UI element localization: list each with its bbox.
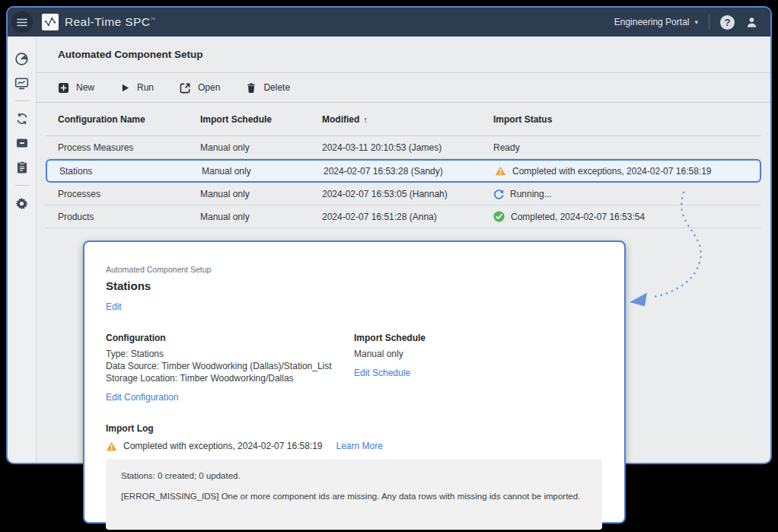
sidebar-item-charts[interactable] [12,73,32,93]
import-log-status-text: Completed with exceptions, 2024-02-07 16… [123,441,323,451]
run-button[interactable]: Run [120,82,154,93]
column-header-modified[interactable]: Modified↑ [322,114,493,125]
open-button[interactable]: Open [180,82,220,94]
cell-import-status: Completed, 2024-02-07 16:53:54 [493,211,761,222]
stations-detail-panel: Automated Component Setup Stations Edit … [83,241,626,524]
cell-configuration-name: Process Measures [58,142,200,153]
cell-import-schedule: Manual only [200,142,322,153]
panel-title: Stations [106,279,601,292]
brand-title: Real-Time SPC™ [65,15,156,29]
cell-configuration-name: Stations [59,166,202,177]
app-logo [42,14,59,30]
configurations-table: Configuration Name Import Schedule Modif… [37,103,770,228]
status-text: Completed with exceptions, 2024-02-07 16… [512,166,712,177]
help-button[interactable]: ? [720,15,735,30]
status-text: Ready [493,142,520,153]
import-log-output: Stations: 0 created; 0 updated. [ERROR_M… [106,459,602,530]
trademark-mark: ™ [150,17,155,22]
play-icon [120,83,130,93]
cell-configuration-name: Processes [58,189,200,199]
delete-button-label: Delete [263,82,290,93]
table-row-stations[interactable]: Stations Manual only 2024-02-07 16:53:28… [46,159,761,183]
sidebar-item-sync[interactable] [12,109,32,129]
warning-triangle-icon [106,441,117,451]
topbar-controls: Engineering Portal ▾ ? [614,14,770,30]
sidebar-divider [15,185,29,186]
archive-box-icon [15,136,29,150]
page-title: Automated Component Setup [58,49,203,60]
cell-modified: 2024-03-11 20:10:53 (James) [322,142,493,153]
panel-columns: Configuration Type: Stations Data Source… [106,333,601,403]
sidebar-item-tasks[interactable] [12,158,32,177]
cell-import-status: Running... [493,189,761,199]
table-header-row: Configuration Name Import Schedule Modif… [46,103,761,136]
question-icon: ? [725,17,731,28]
edit-schedule-link[interactable]: Edit Schedule [354,368,410,378]
cell-import-status: Completed with exceptions, 2024-02-07 16… [495,166,760,177]
user-button[interactable] [745,16,758,29]
import-schedule-section: Import Schedule Manual only Edit Schedul… [354,333,426,403]
table-row-process-measures[interactable]: Process Measures Manual only 2024-03-11 … [46,136,761,159]
cell-modified: 2024-02-07 16:51:28 (Anna) [322,212,493,222]
column-header-import-status[interactable]: Import Status [493,114,761,125]
refresh-icon [493,189,504,199]
table-row-products[interactable]: Products Manual only 2024-02-07 16:51:28… [46,205,761,228]
monitor-chart-icon [14,76,29,91]
portal-label: Engineering Portal [614,17,690,27]
sidebar-divider [15,100,29,101]
configuration-section: Configuration Type: Stations Data Source… [106,333,354,403]
column-header-configuration-name[interactable]: Configuration Name [58,114,200,125]
toolbar: New Run Open [37,73,770,103]
topbar-divider [709,14,709,30]
screenshot-canvas: Real-Time SPC™ Engineering Portal ▾ ? [0,0,778,532]
delete-button[interactable]: Delete [246,82,290,94]
gauge-icon [14,52,29,66]
import-log-section: Import Log Completed with exceptions, 20… [106,423,601,530]
page-header: Automated Component Setup [37,37,770,73]
top-bar: Real-Time SPC™ Engineering Portal ▾ ? [8,8,770,37]
chevron-down-icon: ▾ [694,18,698,26]
sidebar-item-dashboard[interactable] [12,49,32,68]
table-row-processes[interactable]: Processes Manual only 2024-02-07 16:53:0… [46,183,761,205]
log-line-summary: Stations: 0 created; 0 updated. [121,471,587,480]
import-log-status: Completed with exceptions, 2024-02-07 16… [106,441,601,451]
new-button[interactable]: New [58,82,94,94]
open-button-label: Open [198,82,220,93]
learn-more-link[interactable]: Learn More [336,441,383,451]
import-log-heading: Import Log [106,423,601,434]
clipboard-icon [15,161,29,174]
plus-square-icon [58,82,69,94]
new-button-label: New [76,82,94,93]
cell-import-schedule: Manual only [200,189,322,199]
trash-icon [246,82,257,94]
panel-breadcrumb: Automated Component Setup [106,265,601,274]
cell-modified: 2024-02-07 16:53:28 (Sandy) [324,166,495,177]
column-header-import-schedule[interactable]: Import Schedule [200,114,322,125]
configuration-type: Type: Stations [106,348,354,360]
sort-ascending-icon: ↑ [363,115,368,124]
sidebar-item-settings[interactable] [12,193,32,213]
configuration-heading: Configuration [106,333,354,343]
cell-import-status: Ready [493,142,761,153]
menu-button[interactable] [11,11,33,33]
edit-configuration-link[interactable]: Edit Configuration [106,392,178,403]
status-text: Running... [510,189,552,199]
log-line-error: [ERROR_MISSING_IDS] One or more componen… [121,492,587,501]
edit-link[interactable]: Edit [106,301,122,312]
check-circle-icon [493,211,505,222]
sync-icon [15,112,29,126]
import-schedule-heading: Import Schedule [354,333,426,343]
sidebar-nav [8,37,37,463]
configuration-storage-location: Storage Location: Timber Woodworking/Dal… [106,372,354,384]
portal-dropdown[interactable]: Engineering Portal ▾ [614,17,698,27]
import-schedule-value: Manual only [354,348,426,360]
hamburger-icon [17,18,27,27]
warning-triangle-icon [495,166,506,176]
run-button-label: Run [137,82,154,93]
line-chart-logo-icon [43,15,57,29]
cell-configuration-name: Products [58,212,200,222]
open-external-icon [180,82,191,94]
cell-import-schedule: Manual only [200,212,322,222]
cell-import-schedule: Manual only [202,166,324,177]
sidebar-item-storage[interactable] [12,133,32,153]
